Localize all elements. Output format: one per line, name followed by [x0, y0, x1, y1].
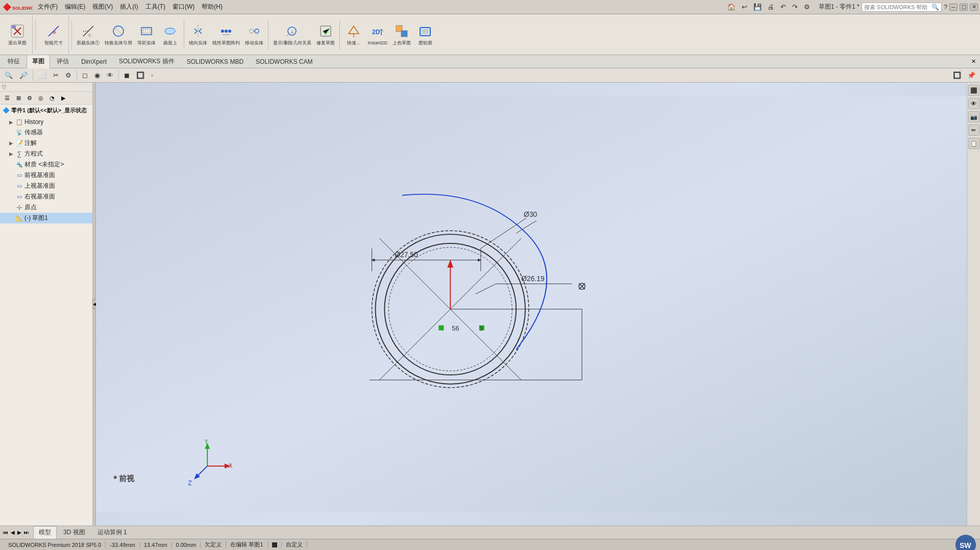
svg-text:Ø27.50: Ø27.50 — [395, 251, 418, 259]
close-button[interactable]: ✕ — [970, 4, 978, 11]
menu-window[interactable]: 窗口(W) — [169, 2, 198, 12]
search-box[interactable]: 🔍 — [862, 3, 942, 12]
view-btn-9[interactable]: ◼ — [121, 70, 132, 80]
btab-model[interactable]: 模型 — [33, 526, 57, 539]
tree-item-origin[interactable]: ✛ 原点 — [0, 202, 92, 213]
btab-arrow-first[interactable]: ⏮ — [2, 530, 9, 535]
tree-item-history[interactable]: ▶ 📋 History — [0, 117, 92, 127]
fast-snap-button[interactable]: 快速... — [342, 22, 365, 47]
tree-item-front-plane[interactable]: ▭ 前视基准面 — [0, 170, 92, 181]
tab-feature[interactable]: 特征 — [2, 55, 26, 68]
view-btn-11[interactable]: ◦ — [149, 70, 156, 80]
view-btn-1[interactable]: 🔍 — [2, 70, 15, 80]
search-input[interactable] — [864, 4, 930, 10]
tree-item-right-plane[interactable]: ▭ 右视基准面 — [0, 191, 92, 202]
btab-arrow-last[interactable]: ⏭ — [23, 530, 30, 535]
linear-array-button[interactable]: 线性草图阵列 — [210, 22, 242, 47]
tree-tb-grid-icon[interactable]: ⊞ — [13, 93, 23, 103]
toolbar-options-icon[interactable]: ⚙ — [801, 2, 813, 12]
repair-sketch-button[interactable]: 修复草图 — [314, 22, 337, 47]
canvas-area[interactable]: Ø27.50 Ø30 Ø26.19 — [96, 83, 967, 526]
surface-label: 曲面上 — [163, 40, 177, 46]
status-right: SW — [955, 535, 976, 551]
material-icon: 🔩 — [15, 161, 23, 169]
show-relations-button[interactable]: ⊥ 显示/删除几何关系 — [271, 22, 313, 47]
tree-item-material[interactable]: 🔩 材质 <未指定> — [0, 159, 92, 170]
view-pin-btn[interactable]: 📌 — [965, 70, 978, 80]
tab-evaluate[interactable]: 评估 — [51, 55, 75, 68]
exit-sketch-button[interactable]: 退出草图 — [6, 22, 29, 47]
rp-btn-4[interactable]: ✏ — [968, 124, 979, 136]
part-icon: 🔷 — [2, 106, 10, 114]
view-restore-btn[interactable]: 🔲 — [950, 70, 964, 80]
menu-edit[interactable]: 编辑(E) — [62, 2, 88, 12]
rp-btn-3[interactable]: 📷 — [968, 111, 979, 122]
convert-entity-button[interactable]: 转换实体引用 — [103, 22, 134, 47]
color-sketch-button[interactable]: 上色草图 — [390, 22, 413, 47]
tree-tb-arrow-right-icon[interactable]: ▶ — [58, 93, 68, 103]
tree-item-notes[interactable]: ▶ 📝 注解 — [0, 138, 92, 148]
outline-button[interactable]: 图轮廓 — [414, 22, 436, 47]
toolbar-redo-icon[interactable]: ↷ — [790, 2, 800, 12]
tab-sw-plugin[interactable]: SOLIDWORKS 插件 — [113, 55, 180, 68]
menu-tools[interactable]: 工具(T) — [142, 2, 168, 12]
rp-btn-1[interactable]: ⬛ — [968, 85, 979, 96]
instant2d-button[interactable]: 2D Instant2D — [366, 22, 390, 46]
left-panel: ▽ ☰ ⊞ ⚙ ◎ ◔ ▶ 🔷 零件1 (默认<<默认>_显示状态 ▶ 📋 Hi… — [0, 83, 93, 526]
offset-entity-button[interactable]: 等距实体 — [135, 22, 158, 47]
help-icon[interactable]: ? — [944, 3, 947, 11]
restore-button[interactable]: ◻ — [960, 4, 968, 11]
svg-text:⌀: ⌀ — [53, 30, 56, 35]
btab-motion[interactable]: 运动算例 1 — [92, 526, 133, 539]
view-btn-4[interactable]: ✂ — [51, 70, 61, 80]
view-btn-8[interactable]: 👁 — [104, 70, 116, 80]
tab-dimxpert[interactable]: DimXpert — [76, 56, 112, 68]
btab-arrow-prev[interactable]: ◀ — [10, 530, 16, 535]
tree-item-top-plane[interactable]: ▭ 上视基准面 — [0, 181, 92, 191]
view-btn-5[interactable]: ⚙ — [63, 70, 74, 80]
menu-view[interactable]: 视图(V) — [89, 2, 116, 12]
separator2 — [71, 19, 72, 50]
view-btn-7[interactable]: ◉ — [92, 70, 103, 80]
svg-text:Ø30: Ø30 — [524, 210, 537, 218]
tab-sketch[interactable]: 草图 — [27, 55, 50, 68]
tree-item-equations[interactable]: ▶ ∑ 方程式 — [0, 148, 92, 159]
rp-btn-5[interactable]: 📋 — [968, 138, 979, 149]
toolbar-undo-icon[interactable]: ↶ — [778, 2, 789, 12]
menu-file[interactable]: 文件(F) — [35, 2, 61, 12]
front-plane-label: 前视基准面 — [24, 171, 90, 180]
svg-text:SOLIDWORKS: SOLIDWORKS — [12, 6, 33, 11]
surface-button[interactable]: 曲面上 — [159, 22, 181, 47]
view-btn-6[interactable]: ◻ — [80, 70, 90, 80]
minimize-button[interactable]: ─ — [949, 4, 958, 11]
tree-item-sketch1[interactable]: 📐 (-) 草图1 — [0, 213, 92, 223]
tree-tb-pie-icon[interactable]: ◔ — [47, 93, 57, 103]
trim-entity-button[interactable]: ① 剪裁实体① — [75, 22, 102, 47]
menu-insert[interactable]: 插入(I) — [117, 2, 141, 12]
tree-tb-config-icon[interactable]: ⚙ — [24, 93, 35, 103]
btab-arrow-next[interactable]: ▶ — [16, 530, 22, 535]
rp-btn-2[interactable]: 👁 — [968, 98, 979, 109]
menu-help[interactable]: 帮助(H) — [199, 2, 226, 12]
view-btn-2[interactable]: 🔎 — [17, 70, 30, 80]
toolbar-home-icon[interactable]: 🏠 — [725, 2, 738, 12]
tree-item-sensors[interactable]: 📡 传感器 — [0, 127, 92, 138]
tree-tb-list-icon[interactable]: ☰ — [2, 93, 12, 103]
btab-3dview[interactable]: 3D 视图 — [58, 526, 91, 539]
toolbar-arrow-icon[interactable]: ↩ — [739, 2, 750, 12]
mirror-button[interactable]: 镜向实体 — [187, 22, 209, 47]
sw-logo-corner: SW — [955, 535, 976, 551]
tab-sw-cam[interactable]: SOLIDWORKS CAM — [250, 56, 318, 68]
toolbar-save-icon[interactable]: 💾 — [751, 2, 764, 12]
smart-dim-button[interactable]: ⌀ 智能尺寸 — [42, 22, 65, 47]
view-btn-10[interactable]: 🔲 — [134, 70, 147, 80]
view-btn-3[interactable]: ⬜ — [36, 70, 49, 80]
linear-array-icon — [218, 23, 234, 39]
tab-sw-mbd[interactable]: SOLIDWORKS MBD — [181, 56, 249, 68]
tree-tb-target-icon[interactable]: ◎ — [36, 93, 46, 103]
move-entity-button[interactable]: 移动实体 — [243, 22, 265, 47]
tab-close-icon[interactable]: ✕ — [969, 57, 978, 66]
tree-part-title[interactable]: 🔷 零件1 (默认<<默认>_显示状态 — [0, 105, 92, 116]
tb-row-relations: ⊥ 显示/删除几何关系 修复草图 — [271, 22, 337, 47]
toolbar-print-icon[interactable]: 🖨 — [765, 2, 777, 12]
